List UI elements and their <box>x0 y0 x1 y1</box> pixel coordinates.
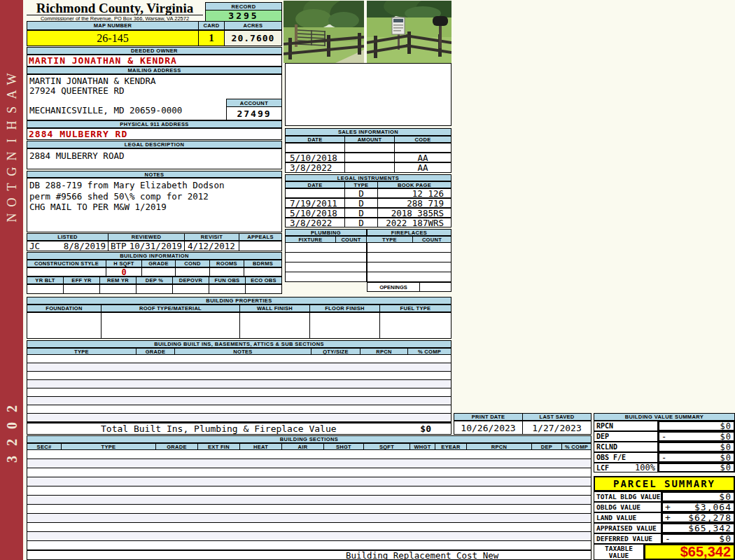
property-photo-gate[interactable] <box>284 1 364 63</box>
building-properties-title: BUILDING PROPERTIES <box>27 297 451 304</box>
fuel-type-value[interactable] <box>380 312 451 339</box>
ps-op: + <box>665 512 671 523</box>
grade-value[interactable] <box>142 267 176 276</box>
foundation-label: FOUNDATION <box>27 304 102 312</box>
sales-row[interactable]: 5/10/2018 AA <box>285 153 451 162</box>
deeded-owner-label: DEEDED OWNER <box>27 47 282 55</box>
legal-instrument-row[interactable]: 5/10/2018 D 2018 385RS <box>285 208 451 218</box>
legal-description-value[interactable]: 2884 MULBERRY ROAD <box>27 148 282 169</box>
listed-value[interactable]: JC 8/8/2019 <box>27 241 108 251</box>
building-info-value-row2 <box>27 284 282 294</box>
effyr-value[interactable] <box>64 284 100 294</box>
li-bookpage-label: BOOK PAGE <box>378 181 451 188</box>
physical-address-value[interactable]: 2884 MULBERRY RD <box>27 128 282 140</box>
bdrms-label: BDRMS <box>244 260 282 267</box>
bs-shgt-label: SHGT <box>324 443 364 450</box>
bs-rpcn-label: RPCN <box>467 443 532 450</box>
review-header-row: LISTED REVIEWED REVISIT APPEALS <box>27 233 282 241</box>
spine-district-label: WASHINGTON <box>0 71 23 225</box>
listed-label: LISTED <box>27 233 108 241</box>
roof-label: ROOF TYPE/MATERIAL <box>102 304 240 312</box>
sales-row[interactable]: 3/8/2022 AA <box>285 162 451 173</box>
bs-dep-label: DEP <box>532 443 562 450</box>
map-header-row: MAP NUMBER CARD ACRES <box>27 21 282 30</box>
revisit-value[interactable]: 4/12/2012 <box>185 241 239 251</box>
sales-cell-date: 5/10/2018 <box>285 153 345 162</box>
reviewed-by: BTP <box>111 241 127 251</box>
account-value[interactable]: 27499 <box>226 107 282 120</box>
notes-box[interactable]: DB 288-719 from Mary Elizabeth Dodson pe… <box>27 178 282 232</box>
bs-sqft-label: SQFT <box>364 443 410 450</box>
ecoobs-value[interactable] <box>246 284 282 294</box>
bvs-obs-label: OBS F/E <box>594 452 658 463</box>
li-cell-date: 5/10/2018 <box>285 208 345 218</box>
rooms-value[interactable] <box>210 267 244 276</box>
acres-label: ACRES <box>225 21 282 30</box>
building-sections-rows[interactable] <box>27 450 592 550</box>
notes-line: DB 288-719 from Mary Elizabeth Dodson <box>29 180 281 191</box>
legal-instrument-row[interactable]: D 12 126 <box>285 188 451 198</box>
foundation-value[interactable] <box>27 312 102 339</box>
map-number-value[interactable]: 26-145 <box>27 30 199 46</box>
deeded-owner-value[interactable]: MARTIN JONATHAN & KENDRA <box>27 55 282 66</box>
legal-instruments-title: LEGAL INSTRUMENTS <box>285 174 451 181</box>
openings-value[interactable] <box>420 282 451 292</box>
parcel-summary-title: PARCEL SUMMARY <box>594 476 735 491</box>
legal-instrument-row[interactable]: 3/8/2022 D 2022 187WRS <box>285 218 451 227</box>
roof-value[interactable] <box>102 312 240 339</box>
legal-instrument-row[interactable]: 7/19/2011 D 288 719 <box>285 198 451 208</box>
li-cell-type: D <box>345 198 378 208</box>
built-ins-rows[interactable] <box>27 355 451 422</box>
appraised-label: APPRAISED VALUE <box>594 523 662 533</box>
construction-style-value[interactable] <box>27 267 106 276</box>
card-value[interactable]: 1 <box>199 30 225 46</box>
fireplaces-title: FIREPLACES <box>367 229 451 236</box>
deppct-label: DEP % <box>136 276 173 284</box>
plumbing-rows[interactable] <box>285 243 367 282</box>
bvs-lcf-pct: 100% <box>635 463 655 472</box>
deppct-value[interactable] <box>136 284 173 294</box>
sales-cell-date: 3/8/2022 <box>285 162 345 173</box>
effyr-label: EFF YR <box>64 276 100 284</box>
hsqft-value[interactable]: 0 <box>106 267 142 276</box>
built-ins-title: BUILDING BUILT INS, BASEMENTS, ATTICS & … <box>27 340 451 348</box>
sales-cell-amount <box>345 143 395 153</box>
reviewed-value[interactable]: BTP 10/31/2019 <box>108 241 185 251</box>
yrblt-value[interactable] <box>27 284 64 294</box>
building-value-summary-title: BUILDING VALUE SUMMARY <box>594 413 735 421</box>
sales-cell-code: AA <box>395 162 451 173</box>
sales-row[interactable] <box>285 143 451 153</box>
building-sections-header-row: SEC# TYPE GRADE EXT FIN HEAT AIR SHGT SQ… <box>27 443 592 450</box>
wall-finish-value[interactable] <box>240 312 310 339</box>
bs-whgt-label: WHGT <box>410 443 435 450</box>
property-photo-sign[interactable] <box>367 1 451 63</box>
hsqft-label: H SQFT <box>106 260 142 267</box>
fireplaces-rows[interactable] <box>367 243 451 282</box>
cond-value[interactable] <box>176 267 210 276</box>
plumbing-count-label: COUNT <box>336 236 367 243</box>
remyr-value[interactable] <box>100 284 136 294</box>
acres-value[interactable]: 20.7600 <box>225 30 282 46</box>
sales-cell-code: AA <box>395 153 451 162</box>
fireplace-count-label: COUNT <box>413 236 451 243</box>
building-properties-header-row: FOUNDATION ROOF TYPE/MATERIAL WALL FINIS… <box>27 304 451 312</box>
bs-eyear-label: EYEAR <box>435 443 467 450</box>
li-cell-date: 7/19/2011 <box>285 198 345 208</box>
appraised-value: $65,342 <box>688 523 732 533</box>
fuel-type-label: FUEL TYPE <box>380 304 451 312</box>
bdrms-value[interactable] <box>244 267 282 276</box>
appeals-label: APPEALS <box>239 233 282 241</box>
spine-year-label: 2023 <box>0 400 23 468</box>
sales-date-label: DATE <box>285 136 345 143</box>
funobs-value[interactable] <box>209 284 246 294</box>
depovr-value[interactable] <box>173 284 209 294</box>
record-value[interactable]: 3295 <box>205 10 282 22</box>
appeals-value[interactable] <box>239 241 282 251</box>
openings-label: OPENINGS <box>367 282 420 292</box>
print-date-label: PRINT DATE <box>454 413 523 421</box>
reviewed-label: REVIEWED <box>108 233 185 241</box>
funobs-label: FUN OBS <box>209 276 246 284</box>
built-ins-total-value: $0 <box>420 424 431 434</box>
floor-finish-value[interactable] <box>310 312 380 339</box>
bvs-lcf-value: $0 <box>720 463 732 472</box>
